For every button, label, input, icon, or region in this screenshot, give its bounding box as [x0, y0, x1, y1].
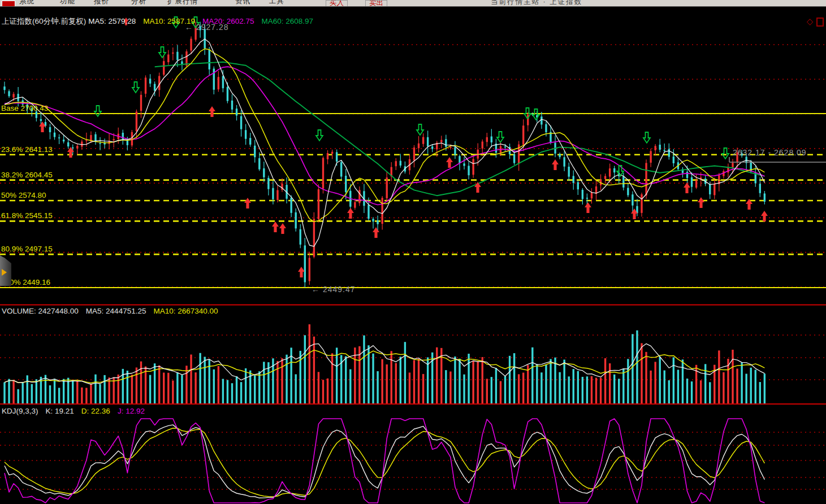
- annotation-high: ← 2927.28: [185, 23, 229, 32]
- kdj-label-3: J: 12.92: [118, 407, 145, 415]
- diamond-icon[interactable]: ◇: [806, 16, 813, 26]
- kdj-label-2: D: 22.36: [81, 407, 110, 415]
- menu-right-text: 当前行情主站 · 上证指数: [491, 0, 582, 7]
- volume-label-1: MA5: 2444751.25: [86, 307, 146, 315]
- menu-bar: 系统功能报价分析扩展行情资讯工具 买入卖出 当前行情主站 · 上证指数: [0, 0, 826, 7]
- kdj-label-0: KDJ(9,3,3): [2, 407, 38, 415]
- menu-button-0[interactable]: 买入: [326, 0, 348, 7]
- app-window: 系统功能报价分析扩展行情资讯工具 买入卖出 当前行情主站 · 上证指数 上证指数…: [0, 0, 826, 504]
- volume-pane-header: VOLUME: 2427448.00MA5: 2444751.25MA10: 2…: [2, 307, 233, 315]
- menu-item-5[interactable]: 资讯: [235, 0, 250, 6]
- chart-title: 上证指数(60分钟.前复权): [2, 17, 86, 25]
- ma-label-0: MA5: 2579.28: [88, 17, 136, 25]
- kdj-pane-header: KDJ(9,3,3)K: 19.21D: 22.36J: 12.92: [2, 407, 159, 415]
- volume-label-0: VOLUME: 2427448.00: [2, 307, 79, 315]
- fib-level-label-1: 23.6% 2641.13: [1, 145, 53, 154]
- menu-item-3[interactable]: 分析: [131, 0, 146, 6]
- fib-level-label-5: 80.9% 2497.15: [1, 245, 53, 253]
- chart-canvas[interactable]: [0, 0, 826, 504]
- fib-level-label-2: 38.2% 2604.45: [1, 171, 53, 179]
- ma-label-3: MA60: 2608.97: [261, 17, 313, 25]
- callout-arrow-icon: ←: [185, 23, 196, 32]
- menu-item-6[interactable]: 工具: [269, 0, 284, 6]
- fib-level-label-0: Base 2700.43: [1, 104, 48, 112]
- menu-item-0[interactable]: 系统: [19, 0, 34, 6]
- main-chart-header: 上证指数(60分钟.前复权)MA5: 2579.28MA10: 2587.19M…: [2, 16, 328, 27]
- annotation-low: ← 2449.47: [312, 285, 356, 294]
- menu-item-1[interactable]: 功能: [60, 0, 75, 6]
- restore-window-icon[interactable]: [816, 18, 824, 27]
- fib-level-label-3: 50% 2574.80: [1, 191, 46, 199]
- volume-label-2: MA10: 2667340.00: [153, 307, 218, 315]
- kdj-label-1: K: 19.21: [46, 407, 74, 415]
- fib-level-label-4: 61.8% 2545.15: [1, 211, 53, 220]
- menu-item-2[interactable]: 报价: [94, 0, 109, 6]
- expand-arrow-icon: [2, 269, 7, 276]
- window-corner-icons: ◇: [806, 16, 824, 27]
- menu-button-1[interactable]: 卖出: [365, 0, 387, 7]
- app-logo-icon: [2, 1, 15, 7]
- menu-item-4[interactable]: 扩展行情: [167, 0, 198, 6]
- callout-arrow-icon: ←: [312, 285, 323, 294]
- annotation-recent-range: 2632.17 - 2628.09: [733, 148, 807, 157]
